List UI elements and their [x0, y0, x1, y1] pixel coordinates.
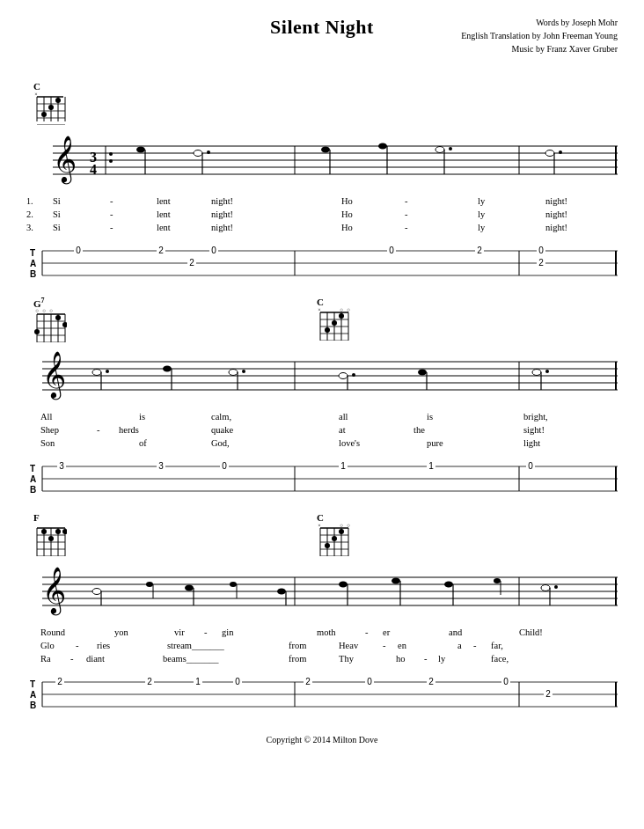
- credits: Words by Joseph Mohr English Translation…: [461, 16, 618, 55]
- svg-point-84: [34, 329, 40, 334]
- svg-point-110: [92, 370, 101, 376]
- svg-point-175: [332, 536, 337, 541]
- svg-point-83: [62, 322, 67, 327]
- svg-point-123: [532, 370, 541, 376]
- svg-point-201: [444, 582, 453, 588]
- svg-point-193: [230, 582, 237, 587]
- svg-text:T: T: [30, 464, 35, 473]
- svg-text:×: ×: [34, 92, 37, 97]
- svg-text:3: 3: [59, 461, 64, 471]
- music-staff-3: 𝄞: [26, 560, 618, 626]
- svg-point-118: [339, 373, 348, 379]
- svg-point-26: [136, 147, 145, 153]
- svg-point-176: [325, 543, 330, 548]
- svg-point-30: [207, 150, 210, 154]
- svg-point-121: [418, 370, 427, 376]
- svg-text:1: 1: [340, 461, 346, 471]
- credit-line1: Words by Joseph Mohr: [461, 16, 618, 29]
- svg-text:2: 2: [147, 677, 152, 686]
- svg-point-82: [55, 315, 61, 320]
- svg-point-160: [55, 529, 61, 534]
- svg-text:×: ×: [318, 307, 320, 312]
- svg-point-203: [541, 585, 550, 591]
- svg-point-115: [229, 370, 238, 376]
- svg-point-40: [559, 150, 562, 154]
- svg-text:B: B: [30, 269, 36, 279]
- svg-point-197: [339, 582, 348, 588]
- svg-text:○: ○: [49, 309, 53, 313]
- svg-text:T: T: [30, 679, 35, 689]
- svg-text:○: ○: [340, 523, 343, 528]
- svg-text:2: 2: [158, 246, 164, 255]
- svg-point-113: [163, 366, 172, 372]
- svg-point-189: [146, 582, 153, 587]
- svg-point-158: [41, 529, 47, 534]
- svg-text:0: 0: [367, 677, 372, 686]
- svg-text:×: ×: [318, 523, 320, 528]
- svg-text:0: 0: [503, 677, 509, 686]
- svg-text:0: 0: [76, 246, 81, 255]
- chord-diagram-C2: × ○ ○: [317, 307, 350, 341]
- svg-text:○: ○: [347, 307, 350, 312]
- svg-text:T: T: [30, 248, 35, 258]
- svg-point-11: [48, 105, 54, 110]
- staff-section-1: C ×: [26, 81, 618, 286]
- svg-point-117: [242, 370, 245, 373]
- svg-text:2: 2: [189, 258, 194, 268]
- svg-point-191: [185, 585, 194, 591]
- staff-section-3: F C: [26, 512, 618, 717]
- page: Silent Night Words by Joseph Mohr Englis…: [0, 0, 644, 829]
- svg-text:A: A: [30, 690, 36, 700]
- svg-point-13: [55, 98, 61, 103]
- svg-text:0: 0: [528, 461, 533, 471]
- svg-point-33: [378, 143, 387, 150]
- chord-diagram-C1: ×: [33, 92, 67, 125]
- svg-text:○: ○: [42, 309, 46, 313]
- svg-text:𝄞: 𝄞: [42, 567, 66, 616]
- svg-point-12: [41, 112, 47, 117]
- lyrics-section-3: Round yon vir - gin moth - er and Child!…: [26, 627, 618, 668]
- chord-diagram-F: [33, 523, 67, 556]
- svg-point-99: [325, 327, 330, 333]
- svg-text:0: 0: [211, 246, 216, 255]
- chord-diagram-G7: ○ ○ ○: [33, 309, 67, 342]
- chord-diagram-C3: × ○ ○: [317, 523, 350, 556]
- svg-text:○: ○: [340, 307, 343, 312]
- svg-text:○: ○: [347, 523, 350, 528]
- svg-point-37: [449, 147, 452, 150]
- svg-point-199: [392, 578, 400, 584]
- credit-line3: Music by Franz Xaver Gruber: [461, 42, 618, 55]
- svg-point-41: [109, 152, 113, 156]
- svg-text:2: 2: [305, 677, 311, 686]
- svg-text:A: A: [30, 474, 36, 484]
- chord-label-F: F: [33, 512, 67, 523]
- svg-text:○: ○: [35, 309, 39, 313]
- tab-section-1: T A B 0 2 0 0: [26, 240, 618, 286]
- svg-point-177: [339, 529, 344, 534]
- svg-text:2: 2: [428, 677, 434, 686]
- svg-point-38: [545, 150, 554, 157]
- svg-point-31: [321, 147, 330, 153]
- svg-point-125: [545, 370, 549, 373]
- svg-text:2: 2: [57, 677, 62, 686]
- svg-point-205: [554, 585, 558, 589]
- tab-section-3: T A B 2 2 1 0 2: [26, 671, 618, 717]
- svg-text:2: 2: [538, 258, 544, 268]
- svg-point-159: [48, 536, 54, 541]
- credit-line2: English Translation by John Freeman Youn…: [461, 29, 618, 42]
- svg-text:0: 0: [235, 677, 240, 686]
- tab-section-2: T A B 3 3 0 1 1: [26, 456, 618, 502]
- chord-label-C2: C: [317, 297, 350, 307]
- music-staff-1: 𝄞 3 4: [26, 128, 618, 194]
- lyrics-section-2: All is calm, all is bright, Shep - herds…: [26, 412, 618, 452]
- chord-label-C1: C: [33, 81, 67, 92]
- svg-point-35: [435, 147, 444, 153]
- svg-text:𝄞: 𝄞: [42, 351, 66, 400]
- svg-text:1: 1: [428, 461, 434, 471]
- staff-section-2: G7 ○ ○ ○: [26, 297, 618, 502]
- svg-point-161: [62, 529, 67, 534]
- svg-text:0: 0: [222, 461, 227, 471]
- svg-point-195: [277, 589, 286, 595]
- svg-text:2: 2: [477, 246, 482, 255]
- svg-text:2: 2: [545, 689, 551, 699]
